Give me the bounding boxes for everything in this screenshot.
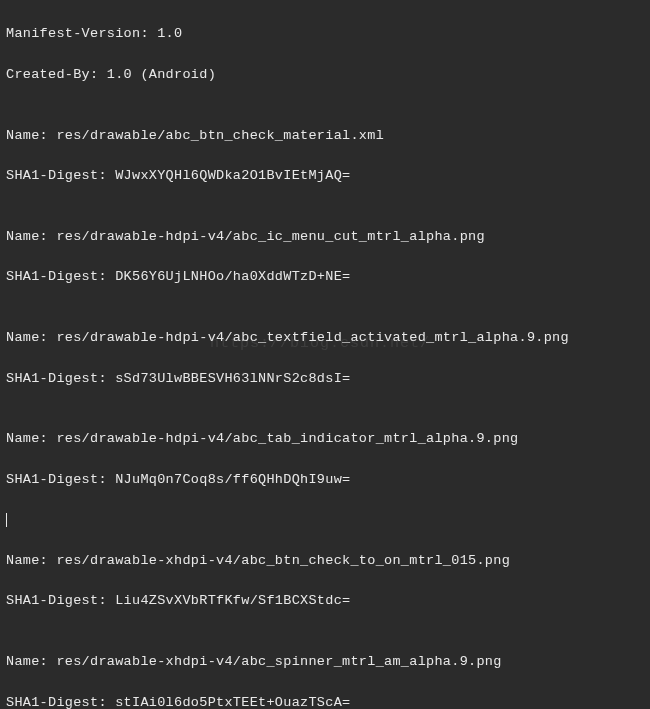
text-cursor (6, 513, 7, 527)
entry-name: Name: res/drawable-xhdpi-v4/abc_spinner_… (6, 652, 644, 672)
entry-digest: SHA1-Digest: NJuMq0n7Coq8s/ff6QHhDQhI9uw… (6, 470, 644, 490)
header-line: Created-By: 1.0 (Android) (6, 65, 644, 85)
entry-name: Name: res/drawable-hdpi-v4/abc_ic_menu_c… (6, 227, 644, 247)
manifest-text: Manifest-Version: 1.0 Created-By: 1.0 (A… (0, 0, 650, 709)
entry-name: Name: res/drawable-hdpi-v4/abc_textfield… (6, 328, 644, 348)
entry-name: Name: res/drawable/abc_btn_check_materia… (6, 126, 644, 146)
entry-name: Name: res/drawable-hdpi-v4/abc_tab_indic… (6, 429, 644, 449)
cursor-line (6, 510, 644, 530)
entry-name: Name: res/drawable-xhdpi-v4/abc_btn_chec… (6, 551, 644, 571)
entry-digest: SHA1-Digest: DK56Y6UjLNHOo/ha0XddWTzD+NE… (6, 267, 644, 287)
entry-digest: SHA1-Digest: stIAi0l6do5PtxTEEt+OuazTScA… (6, 693, 644, 710)
entry-digest: SHA1-Digest: WJwxXYQHl6QWDka2O1BvIEtMjAQ… (6, 166, 644, 186)
entry-digest: SHA1-Digest: sSd73UlwBBESVH63lNNrS2c8dsI… (6, 369, 644, 389)
entry-digest: SHA1-Digest: Liu4ZSvXVbRTfKfw/Sf1BCXStdc… (6, 591, 644, 611)
header-line: Manifest-Version: 1.0 (6, 24, 644, 44)
